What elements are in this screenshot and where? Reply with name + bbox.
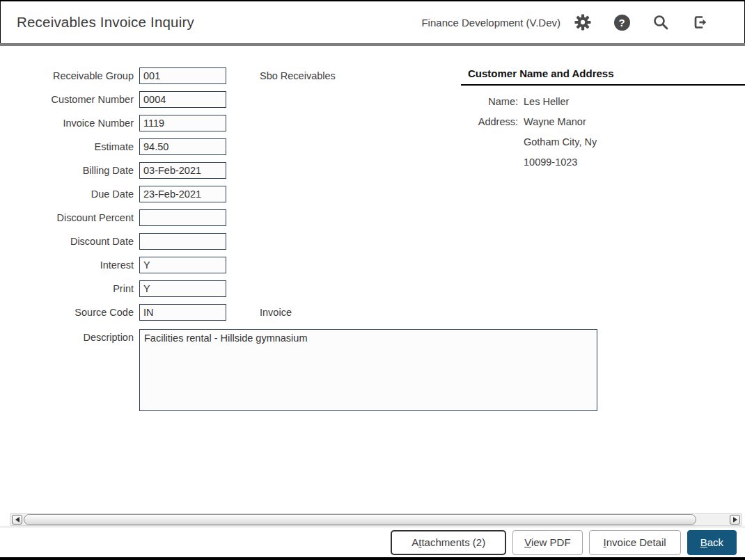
estimate-input[interactable] [139,138,226,155]
main-content: Receivable Group Sbo Receivables Custome… [0,46,745,513]
due-date-label: Due Date [0,189,134,200]
interest-row: Interest [0,257,745,273]
app-header: Receivables Invoice Inquiry Finance Deve… [0,0,745,43]
customer-address-line3: 10099-1023 [524,157,745,168]
source-code-label: Source Code [0,307,134,318]
customer-name-row: Name: Les Heller [461,96,745,107]
customer-name-address-panel: Customer Name and Address Name: Les Hell… [461,67,745,177]
customer-name-value: Les Heller [524,96,569,107]
billing-date-input[interactable] [139,162,226,179]
bottom-border-bar [0,557,745,560]
discount-percent-row: Discount Percent [0,209,745,226]
discount-percent-input[interactable] [139,209,226,226]
settings-gear-icon[interactable] [574,14,591,31]
receivables-invoice-inquiry-page: { "header": { "title": "Receivables Invo… [0,0,745,560]
print-row: Print [0,280,745,297]
help-question-glyph: ? [614,15,630,31]
discount-date-input[interactable] [139,233,226,250]
sign-out-icon[interactable] [691,14,708,31]
source-code-input[interactable] [139,304,226,321]
invoice-detail-button[interactable]: Invoice Detail [589,530,681,555]
receivable-group-label: Receivable Group [0,70,134,81]
due-date-row: Due Date [0,186,745,202]
page-title: Receivables Invoice Inquiry [17,14,421,31]
customer-number-input[interactable] [139,91,226,108]
customer-address-line1: Wayne Manor [524,116,586,127]
footer-action-bar: Attachments (2) View PDF Invoice Detail … [0,527,745,557]
estimate-label: Estimate [0,141,134,152]
print-label: Print [0,283,134,294]
description-row: Description Facilities rental - Hillside… [0,329,745,411]
source-code-row: Source Code Invoice [0,304,745,321]
discount-percent-label: Discount Percent [0,212,134,223]
view-pdf-button[interactable]: View PDF [512,530,582,555]
description-label: Description [0,329,134,343]
source-code-description-text: Invoice [260,307,292,318]
scroll-right-icon [733,517,737,522]
invoice-number-label: Invoice Number [0,118,134,129]
back-button[interactable]: Back [687,530,737,555]
customer-address-label: Address: [461,116,518,127]
header-icon-bar: ? [574,14,708,31]
customer-panel-title: Customer Name and Address [461,67,745,86]
environment-label: Finance Development (V.Dev) [421,17,560,29]
scroll-left-icon [15,517,19,522]
due-date-input[interactable] [139,186,226,202]
interest-label: Interest [0,259,134,271]
invoice-number-input[interactable] [139,115,226,131]
attachments-button[interactable]: Attachments (2) [391,530,506,555]
horizontal-scrollbar[interactable] [10,513,742,526]
customer-address-line2: Gotham City, Ny [524,136,745,147]
receivable-group-input[interactable] [139,67,226,84]
billing-date-label: Billing Date [0,165,134,176]
discount-date-label: Discount Date [0,236,134,247]
discount-date-row: Discount Date [0,233,745,250]
customer-number-label: Customer Number [0,94,134,105]
help-icon[interactable]: ? [613,14,630,31]
horizontal-scrollbar-thumb[interactable] [24,514,696,525]
print-input[interactable] [139,280,226,297]
search-icon[interactable] [652,14,669,31]
receivable-group-description-text: Sbo Receivables [260,70,336,81]
scroll-right-button[interactable] [730,515,740,525]
customer-address-row: Address: Wayne Manor [461,116,745,127]
scroll-left-button[interactable] [12,515,22,525]
interest-input[interactable] [139,257,226,273]
customer-name-label: Name: [461,96,518,107]
description-textarea[interactable]: Facilities rental - Hillside gymnasium [139,329,597,411]
